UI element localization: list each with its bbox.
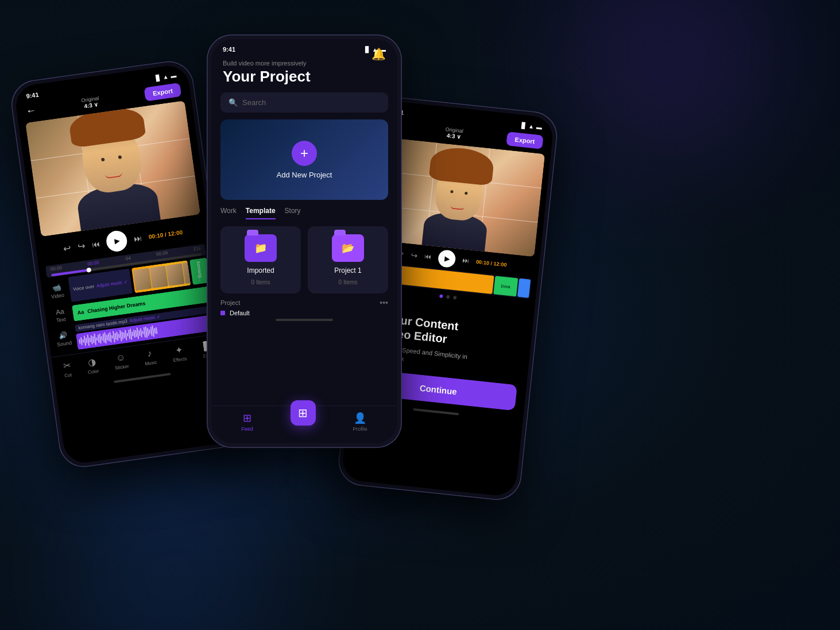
person-face-right xyxy=(433,160,485,222)
project-section-label: Project xyxy=(220,299,240,306)
project-folder-row: Default xyxy=(211,310,397,316)
cut-label: Cut xyxy=(64,372,72,378)
bell-icon: 🔔 xyxy=(371,48,386,60)
aspect-ratio: Original 4:3 ∨ xyxy=(81,95,100,109)
video-label-text: Video xyxy=(49,292,66,300)
folder-project1[interactable]: 📂 Project 1 0 Items xyxy=(308,226,388,293)
project-section: Project ••• xyxy=(211,293,397,310)
folder-project1-count: 0 Items xyxy=(339,279,358,285)
plus-icon: + xyxy=(300,145,308,161)
video-track-icon: 📹 xyxy=(48,283,65,293)
rewind-button[interactable]: ⏮ xyxy=(91,239,100,249)
export-button-right[interactable]: Export xyxy=(506,132,544,149)
dot-2 xyxy=(446,295,450,299)
forward-button[interactable]: ⏭ xyxy=(133,233,142,244)
bg-glow-blue xyxy=(57,458,287,630)
play-button-right[interactable]: ▶ xyxy=(438,249,456,268)
adjust-music-tag: Adjust music ✓ xyxy=(96,279,127,289)
person-silhouette xyxy=(25,101,200,237)
folder-imported-name: Imported xyxy=(247,266,274,275)
video-thumbnails xyxy=(131,260,191,292)
cut-tool[interactable]: ✂ Cut xyxy=(63,360,72,378)
default-folder-label: Default xyxy=(230,310,250,316)
featured-card: + Add New Project xyxy=(220,119,388,200)
audio-label: komang... xyxy=(196,261,204,281)
timeline-marker-0: 00.00 xyxy=(50,265,62,272)
thumb-1 xyxy=(133,268,152,291)
search-bar[interactable]: 🔍 Search xyxy=(220,92,388,113)
three-dots-icon[interactable]: ••• xyxy=(380,298,388,307)
redo-r[interactable]: ↪ xyxy=(411,250,419,260)
dot-1 xyxy=(439,294,443,298)
video-clip[interactable] xyxy=(131,260,191,293)
effects-icon: ✦ xyxy=(174,344,183,356)
time-display-right: 00:10 / 12:00 xyxy=(476,259,507,268)
back-button[interactable]: ← xyxy=(25,104,37,117)
search-placeholder: Search xyxy=(242,98,266,107)
tab-story[interactable]: Story xyxy=(285,207,301,219)
signal-icon-r: ▊ xyxy=(521,122,527,129)
folder-imported[interactable]: 📁 Imported 0 Items xyxy=(220,226,301,293)
sticker-tool[interactable]: ☺ Sticker xyxy=(113,351,130,371)
text-track-label: Aa Text xyxy=(52,307,69,324)
export-button[interactable]: Export xyxy=(144,83,182,102)
bg-glow-purple xyxy=(553,0,783,172)
timeline-thumb[interactable] xyxy=(86,267,91,272)
forward-r[interactable]: ⏭ xyxy=(462,256,470,265)
phone-center: 9:41 ▊ ▲ ▬ Build video more impressively… xyxy=(207,34,402,448)
project-subtitle: Build video more impressively xyxy=(223,60,311,67)
video-track-label: 📹 Video xyxy=(48,283,66,300)
undo-button[interactable]: ↩ xyxy=(63,242,72,254)
effects-tool[interactable]: ✦ Effects xyxy=(171,343,187,363)
status-icons-left: ▊ ▲ ▬ xyxy=(156,72,177,81)
color-tool[interactable]: ◑ Color xyxy=(86,356,99,375)
voice-over-tag: Voice over xyxy=(73,284,95,292)
rewind-r[interactable]: ⏮ xyxy=(424,252,432,261)
signal-icon-c: ▊ xyxy=(365,47,370,53)
redo-button[interactable]: ↪ xyxy=(77,240,86,252)
folder-imported-count: 0 Items xyxy=(251,279,270,285)
video-preview xyxy=(25,101,200,237)
time-left: 9:41 xyxy=(26,91,39,99)
tab-template[interactable]: Template xyxy=(246,207,276,219)
timeline-marker-3: 00.09 xyxy=(156,250,168,257)
add-project-button[interactable]: + xyxy=(292,141,317,166)
thumb-2 xyxy=(149,266,168,289)
music-tool[interactable]: ♪ Music xyxy=(143,347,157,367)
nav-feed[interactable]: ⊞ Feed xyxy=(241,412,253,432)
battery-icon-r: ▬ xyxy=(536,123,543,130)
music-label: Music xyxy=(145,360,157,366)
signal-icon: ▊ xyxy=(156,74,161,81)
play-button[interactable]: ▶ xyxy=(105,230,129,253)
bell-button[interactable]: 🔔 xyxy=(371,47,386,61)
text-clip-content: Chasing Higher Dreams xyxy=(87,300,146,314)
sound-track-icon: 🔊 xyxy=(55,331,72,341)
time-center: 9:41 xyxy=(223,46,235,53)
sticker-icon: ☺ xyxy=(115,352,126,364)
folder-project1-icon-img: 📂 xyxy=(342,242,354,254)
battery-icon: ▬ xyxy=(170,72,176,79)
profile-icon: 👤 xyxy=(354,412,366,424)
home-indicator-right xyxy=(413,408,459,415)
preview-bg xyxy=(25,101,200,237)
add-project-label: Add New Project xyxy=(277,171,332,179)
status-icons-right: ▊ ▲ ▬ xyxy=(521,122,543,130)
feed-label: Feed xyxy=(241,426,253,432)
nav-create[interactable]: ⊞ xyxy=(291,412,316,432)
music-icon: ♪ xyxy=(146,348,152,359)
timeline-marker-4: 21s xyxy=(193,245,201,252)
time-display: 00:10 / 12:00 xyxy=(148,229,183,239)
folder-icon-img: 📁 xyxy=(254,242,267,254)
tab-work[interactable]: Work xyxy=(220,207,237,219)
cut-icon: ✂ xyxy=(63,360,72,372)
sound-track-label: 🔊 Sound xyxy=(55,331,72,348)
nav-profile[interactable]: 👤 Profile xyxy=(353,412,367,432)
folder-dot xyxy=(220,311,225,315)
color-label: Color xyxy=(88,369,99,376)
add-project-overlay: + Add New Project xyxy=(220,119,388,200)
folder-project1-icon: 📂 xyxy=(332,234,364,262)
home-indicator-center xyxy=(276,319,333,321)
sound-label-text: Sound xyxy=(56,339,73,347)
person-hair-right xyxy=(429,145,496,186)
folder-project1-name: Project 1 xyxy=(334,266,361,275)
